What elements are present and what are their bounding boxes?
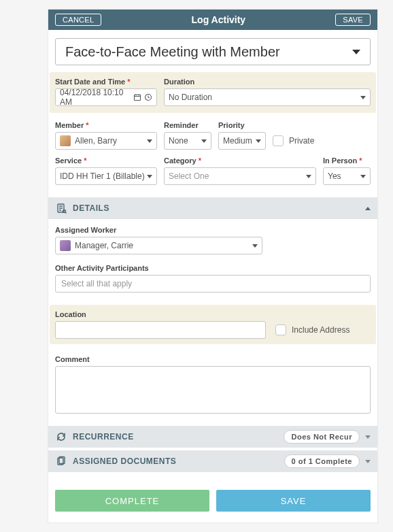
private-label: Private bbox=[289, 136, 314, 146]
category-value: Select One bbox=[169, 171, 209, 181]
log-activity-panel: CANCEL Log Activity SAVE Face-to-Face Me… bbox=[48, 9, 378, 523]
inperson-value: Yes bbox=[328, 171, 341, 181]
recurrence-badge: Does Not Recur bbox=[284, 430, 360, 444]
participants-multiselect[interactable]: Select all that apply bbox=[55, 275, 371, 293]
documents-icon bbox=[55, 455, 67, 467]
reminder-label: Reminder bbox=[164, 121, 211, 129]
duration-label: Duration bbox=[164, 78, 371, 86]
panel-header: CANCEL Log Activity SAVE bbox=[48, 10, 377, 30]
location-input[interactable] bbox=[55, 321, 266, 339]
details-title: DETAILS bbox=[73, 203, 109, 213]
assigned-worker-label: Assigned Worker bbox=[55, 226, 262, 234]
inperson-select[interactable]: Yes bbox=[323, 167, 371, 185]
priority-select[interactable]: Medium bbox=[218, 132, 266, 150]
chevron-down-icon bbox=[201, 139, 207, 143]
assigned-documents-badge: 0 of 1 Complete bbox=[284, 454, 360, 468]
member-select[interactable]: Allen, Barry bbox=[55, 132, 157, 150]
panel-title: Log Activity bbox=[192, 14, 246, 25]
recurrence-section-header[interactable]: RECURRENCE Does Not Recur bbox=[48, 426, 377, 448]
start-datetime-input[interactable]: 04/12/2018 10:10 AM bbox=[55, 88, 157, 106]
priority-label: Priority bbox=[218, 121, 266, 129]
inperson-label: In Person bbox=[323, 156, 371, 165]
service-value: IDD HH Tier 1 (Billable) bbox=[60, 171, 145, 181]
duration-select[interactable]: No Duration bbox=[164, 88, 371, 106]
chevron-down-icon bbox=[306, 175, 311, 178]
comment-label: Comment bbox=[55, 355, 371, 363]
chevron-down-icon bbox=[147, 175, 152, 178]
member-label: Member bbox=[55, 121, 157, 129]
chevron-down-icon bbox=[252, 244, 258, 248]
cancel-button[interactable]: CANCEL bbox=[55, 14, 101, 26]
start-label: Start Date and Time bbox=[55, 78, 157, 86]
worker-avatar bbox=[60, 240, 71, 251]
member-value: Allen, Barry bbox=[75, 136, 117, 146]
complete-button[interactable]: COMPLETE bbox=[55, 490, 209, 512]
priority-value: Medium bbox=[223, 136, 252, 146]
service-select[interactable]: IDD HH Tier 1 (Billable) bbox=[55, 167, 157, 185]
start-datetime-value: 04/12/2018 10:10 AM bbox=[60, 88, 133, 107]
reminder-select[interactable]: None bbox=[164, 132, 211, 150]
recurrence-icon bbox=[55, 431, 67, 443]
collapse-up-icon bbox=[365, 207, 371, 210]
svg-rect-0 bbox=[135, 95, 141, 100]
member-avatar bbox=[60, 135, 71, 146]
include-address-label: Include Address bbox=[292, 325, 349, 335]
clock-icon[interactable] bbox=[144, 93, 152, 101]
save-button-bottom[interactable]: SAVE bbox=[216, 490, 371, 512]
participants-label: Other Activity Participants bbox=[55, 264, 371, 272]
chevron-down-icon bbox=[365, 460, 371, 463]
calendar-icon[interactable] bbox=[133, 93, 141, 101]
chevron-down-icon bbox=[365, 435, 371, 439]
assigned-documents-title: ASSIGNED DOCUMENTS bbox=[73, 456, 176, 466]
duration-value: No Duration bbox=[169, 93, 212, 102]
details-icon bbox=[55, 202, 67, 214]
reminder-value: None bbox=[169, 136, 188, 146]
recurrence-title: RECURRENCE bbox=[73, 432, 134, 442]
category-label: Category bbox=[164, 156, 316, 165]
chevron-down-icon bbox=[352, 50, 360, 54]
location-label: Location bbox=[55, 310, 266, 318]
chevron-down-icon bbox=[256, 139, 261, 143]
chevron-down-icon bbox=[147, 139, 152, 143]
comment-textarea[interactable] bbox=[55, 366, 371, 414]
details-section-header[interactable]: DETAILS bbox=[48, 197, 377, 219]
activity-type-value: Face-to-Face Meeting with Member bbox=[65, 44, 280, 60]
service-label: Service bbox=[55, 156, 157, 165]
chevron-down-icon bbox=[360, 175, 366, 178]
save-button-top[interactable]: SAVE bbox=[335, 14, 371, 26]
include-address-checkbox[interactable] bbox=[275, 325, 286, 335]
assigned-worker-value: Manager, Carrie bbox=[75, 241, 133, 250]
assigned-worker-select[interactable]: Manager, Carrie bbox=[55, 237, 262, 254]
activity-type-select[interactable]: Face-to-Face Meeting with Member bbox=[55, 38, 371, 65]
private-checkbox[interactable] bbox=[273, 135, 284, 146]
chevron-down-icon bbox=[360, 96, 366, 99]
assigned-documents-section-header[interactable]: ASSIGNED DOCUMENTS 0 of 1 Complete bbox=[48, 450, 377, 472]
category-select[interactable]: Select One bbox=[164, 167, 316, 185]
